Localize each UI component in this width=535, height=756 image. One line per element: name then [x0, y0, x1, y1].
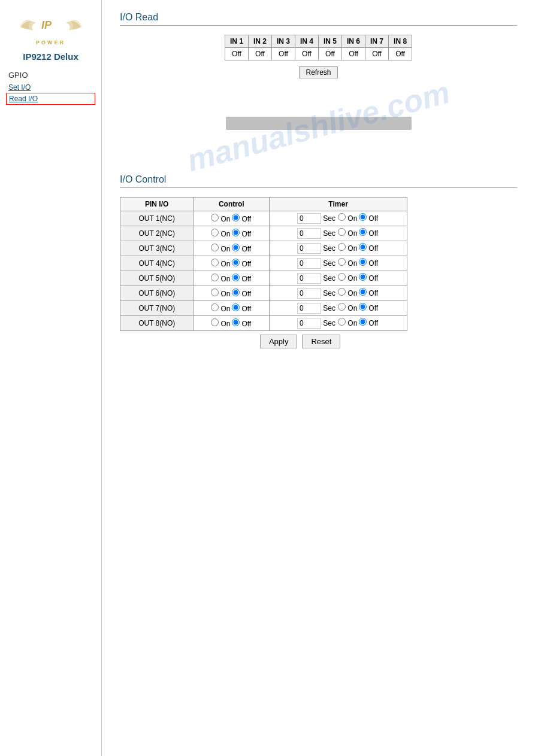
timer-input-2[interactable]	[297, 243, 321, 254]
ctrl-off-radio-5[interactable]	[232, 289, 240, 296]
ctrl-on-radio-6[interactable]	[211, 303, 219, 311]
refresh-button[interactable]: Refresh	[299, 66, 337, 78]
timer-on-radio-0[interactable]	[338, 213, 346, 221]
control-cell-0: OnOff	[194, 211, 270, 226]
apply-button[interactable]: Apply	[260, 335, 298, 348]
timer-cell-5: Sec OnOff	[270, 286, 407, 301]
pin-label-4: OUT 5(NO)	[120, 271, 194, 286]
header-timer: Timer	[270, 198, 407, 211]
timer-on-label-5: On	[347, 289, 357, 297]
timer-off-label-1: Off	[368, 229, 378, 238]
timer-off-radio-6[interactable]	[359, 303, 367, 311]
timer-off-radio-2[interactable]	[359, 243, 367, 251]
timer-input-0[interactable]	[297, 213, 321, 224]
header-control: Control	[194, 198, 270, 211]
timer-off-radio-1[interactable]	[359, 228, 367, 236]
timer-cell-2: Sec OnOff	[270, 241, 407, 256]
timer-off-label-0: Off	[368, 214, 378, 223]
timer-on-radio-3[interactable]	[338, 258, 346, 266]
io-read-value-row: Off Off Off Off Off Off Off Off	[225, 48, 412, 60]
nav-set-io[interactable]: Set I/O	[6, 82, 95, 93]
ctrl-off-radio-4[interactable]	[232, 274, 240, 281]
col-in3: IN 3	[271, 35, 295, 48]
timer-on-radio-4[interactable]	[338, 273, 346, 281]
watermark-text: manualshlive.com	[183, 74, 454, 179]
ctrl-on-radio-4[interactable]	[211, 274, 219, 281]
pin-label-1: OUT 2(NC)	[120, 226, 194, 241]
ctrl-on-label-0: On	[220, 215, 230, 223]
ctrl-off-radio-7[interactable]	[232, 318, 240, 326]
timer-off-label-6: Off	[368, 304, 378, 312]
sec-label-6: Sec	[321, 304, 337, 312]
timer-input-3[interactable]	[297, 258, 321, 269]
ctrl-on-label-6: On	[220, 305, 230, 313]
timer-off-radio-7[interactable]	[359, 318, 367, 326]
table-row: OUT 2(NC)OnOff Sec OnOff	[120, 226, 407, 241]
timer-cell-1: Sec OnOff	[270, 226, 407, 241]
timer-cell-7: Sec OnOff	[270, 316, 407, 331]
ctrl-on-radio-0[interactable]	[211, 214, 219, 221]
timer-off-radio-5[interactable]	[359, 288, 367, 296]
sec-label-1: Sec	[321, 229, 337, 238]
timer-on-radio-6[interactable]	[338, 303, 346, 311]
sidebar: IP POWER IP9212 Delux GPIO Set I/O Read …	[0, 0, 102, 756]
ctrl-on-label-7: On	[220, 320, 230, 328]
table-row: OUT 3(NC)OnOff Sec OnOff	[120, 241, 407, 256]
val-in4: Off	[295, 48, 318, 60]
timer-on-label-2: On	[347, 244, 357, 253]
timer-input-4[interactable]	[297, 273, 321, 284]
ctrl-on-radio-3[interactable]	[211, 259, 219, 266]
ctrl-off-radio-3[interactable]	[232, 259, 240, 266]
sec-label-5: Sec	[321, 289, 337, 297]
ctrl-on-radio-2[interactable]	[211, 244, 219, 251]
ctrl-on-radio-1[interactable]	[211, 229, 219, 236]
pin-label-5: OUT 6(NO)	[120, 286, 194, 301]
nav-read-io[interactable]: Read I/O	[6, 93, 95, 105]
pin-label-3: OUT 4(NC)	[120, 256, 194, 271]
reset-button[interactable]: Reset	[302, 335, 340, 348]
io-control-header: PIN I/O Control Timer	[120, 198, 407, 211]
io-read-section: I/O Read IN 1 IN 2 IN 3 IN 4 IN 5 IN 6 I…	[120, 12, 517, 78]
timer-on-label-4: On	[347, 274, 357, 283]
col-in8: IN 8	[389, 35, 412, 48]
timer-on-radio-2[interactable]	[338, 243, 346, 251]
gpio-label: GPIO	[6, 71, 95, 80]
ctrl-off-radio-6[interactable]	[232, 303, 240, 311]
sec-label-7: Sec	[321, 319, 337, 327]
sec-label-4: Sec	[321, 274, 337, 283]
timer-input-7[interactable]	[297, 318, 321, 329]
timer-input-1[interactable]	[297, 228, 321, 239]
ctrl-off-label-3: Off	[241, 260, 251, 268]
table-row: OUT 8(NO)OnOff Sec OnOff	[120, 316, 407, 331]
ctrl-off-radio-1[interactable]	[232, 229, 240, 236]
timer-input-5[interactable]	[297, 288, 321, 299]
svg-text:IP: IP	[41, 19, 52, 31]
timer-off-radio-3[interactable]	[359, 258, 367, 266]
timer-on-radio-5[interactable]	[338, 288, 346, 296]
ctrl-on-label-5: On	[220, 290, 230, 298]
timer-on-radio-1[interactable]	[338, 228, 346, 236]
timer-cell-0: Sec OnOff	[270, 211, 407, 226]
timer-on-radio-7[interactable]	[338, 318, 346, 326]
ctrl-on-radio-5[interactable]	[211, 289, 219, 296]
sec-label-3: Sec	[321, 259, 337, 268]
io-read-table: IN 1 IN 2 IN 3 IN 4 IN 5 IN 6 IN 7 IN 8 …	[225, 35, 412, 60]
timer-off-radio-0[interactable]	[359, 213, 367, 221]
main-content: I/O Read IN 1 IN 2 IN 3 IN 4 IN 5 IN 6 I…	[102, 0, 535, 756]
val-in2: Off	[248, 48, 271, 60]
timer-input-6[interactable]	[297, 303, 321, 314]
ctrl-off-radio-2[interactable]	[232, 244, 240, 251]
ctrl-on-radio-7[interactable]	[211, 318, 219, 326]
timer-off-radio-4[interactable]	[359, 273, 367, 281]
io-control-title: I/O Control	[120, 174, 517, 188]
logo-wings-svg: IP	[15, 12, 87, 42]
control-cell-2: OnOff	[194, 241, 270, 256]
io-read-header-row: IN 1 IN 2 IN 3 IN 4 IN 5 IN 6 IN 7 IN 8	[225, 35, 412, 48]
ctrl-off-radio-0[interactable]	[232, 214, 240, 221]
col-in5: IN 5	[319, 35, 342, 48]
sec-label-0: Sec	[321, 214, 337, 223]
control-cell-1: OnOff	[194, 226, 270, 241]
timer-on-label-1: On	[347, 229, 357, 238]
val-in1: Off	[225, 48, 248, 60]
col-in4: IN 4	[295, 35, 318, 48]
